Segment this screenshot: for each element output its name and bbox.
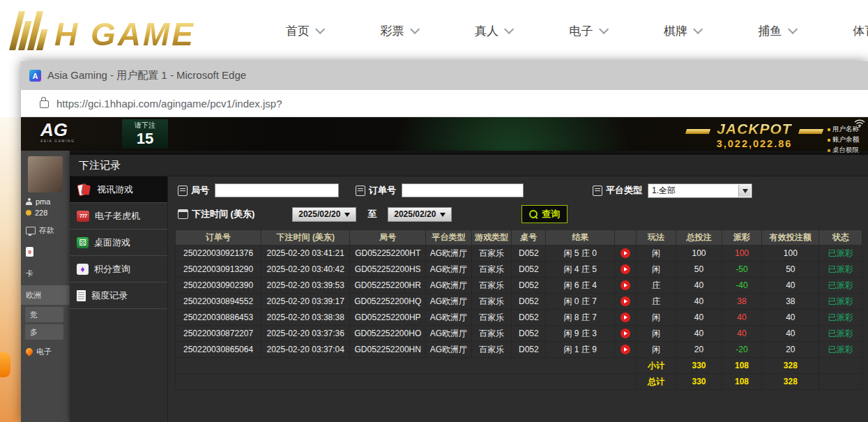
column-header: 结果 (546, 230, 615, 246)
cell-game-type: 百家乐 (471, 342, 511, 358)
bet-time-label-text: 下注时间 (美东) (192, 208, 254, 220)
panel-main: 局号 订单号 平台类型 1.全部 下注时间 (美东) 2025/02/20 至 … (168, 176, 868, 422)
nav-item-poker[interactable]: 棋牌 (664, 23, 700, 39)
site-logo: H GAME (10, 11, 247, 50)
cell-bet-time: 2025-02-20 03:40:42 (261, 262, 350, 278)
user-info-line: 桌台极限 (828, 146, 868, 155)
date-from-picker[interactable]: 2025/02/20 (292, 207, 356, 222)
user-info-label: 桌台极限 (832, 146, 859, 155)
replay-play-icon[interactable] (620, 296, 630, 306)
cell-order-number: 250220030913290 (176, 262, 261, 278)
menu-item-slot-machine[interactable]: 电子老虎机 (70, 203, 167, 229)
nav-label: 真人 (475, 23, 498, 39)
replay-play-icon[interactable] (620, 312, 630, 322)
sidebar-item-europe[interactable]: 欧洲 (21, 285, 70, 305)
replay-play-icon[interactable] (620, 329, 630, 338)
cell-replay (614, 326, 636, 342)
cell-play-type: 闲 (636, 310, 676, 326)
bet-table: 订单号下注时间 (美东)局号平台类型游戏类型桌号结果玩法总投注派彩有效投注额状态… (175, 229, 862, 390)
round-label-text: 局号 (191, 184, 209, 197)
cell-status: 已派彩 (819, 262, 862, 278)
cell-game-type: 百家乐 (471, 294, 511, 310)
sidebar-item-jing[interactable]: 竞 (25, 307, 63, 322)
cell-valid-bet: 50 (762, 262, 819, 278)
sidebar-item-deposit[interactable]: 存款 (21, 220, 70, 240)
bet-countdown: 请下注 15 (122, 119, 168, 149)
order-icon (356, 186, 365, 196)
dice-icon (77, 237, 89, 248)
table-row: 2502200308864532025-02-20 03:38:38GD0522… (176, 310, 862, 326)
sidebar-item-label: 电子 (36, 347, 52, 357)
flame-icon (24, 347, 34, 356)
cell-platform-type: AG欧洲厅 (426, 310, 472, 326)
nav-label: 捕鱼 (759, 23, 782, 39)
cell-total-bet: 40 (676, 278, 722, 294)
date-to-value: 2025/02/20 (394, 209, 436, 219)
cell-round-number: GD052252200HO (350, 326, 426, 342)
round-input[interactable] (215, 183, 339, 197)
nav-item-lottery[interactable]: 彩票 (381, 23, 417, 39)
nav-label: 电子 (570, 23, 593, 39)
username-text: pma (36, 197, 50, 206)
cell-platform-type: AG欧洲厅 (426, 326, 472, 342)
sidebar-item-label: 存款 (39, 225, 54, 236)
table-row: 2502200308722072025-02-20 03:37:36GD0522… (176, 326, 862, 342)
cell-bet-time: 2025-02-20 03:37:04 (261, 342, 350, 358)
cell-total-bet: 50 (676, 262, 722, 278)
cell-play-type: 庄 (636, 278, 676, 294)
logo-mark-icon (9, 11, 52, 50)
sidebar-item-electronic[interactable]: 电子 (21, 342, 70, 361)
cell-game-type: 百家乐 (471, 326, 511, 342)
cell-table-number: D052 (512, 246, 546, 262)
cell-order-number: 250220030921376 (176, 246, 261, 262)
menu-item-label: 额度记录 (91, 289, 128, 302)
date-to-picker[interactable]: 2025/02/20 (388, 207, 452, 222)
order-input[interactable] (402, 183, 524, 197)
nav-item-live[interactable]: 真人 (475, 23, 511, 39)
replay-play-icon[interactable] (620, 248, 630, 258)
bet-prompt: 请下注 (122, 119, 168, 130)
menu-item-points-query[interactable]: 积分查询 (70, 256, 167, 282)
bullet-icon (828, 149, 830, 152)
nav-item-slots[interactable]: 电子 (570, 23, 606, 39)
menu-item-quota-records[interactable]: 额度记录 (70, 282, 167, 309)
platform-label-text: 平台类型 (606, 184, 642, 197)
cell-sum-valid: 328 (762, 374, 819, 390)
replay-play-icon[interactable] (620, 264, 630, 274)
cell-empty (819, 374, 862, 390)
search-button-label: 查询 (542, 208, 560, 220)
table-row: 2502200308945522025-02-20 03:39:17GD0522… (176, 294, 862, 310)
chevron-down-icon (788, 24, 798, 34)
sidebar-item-cards[interactable]: 9 (21, 242, 70, 262)
side-float-button[interactable] (0, 352, 10, 377)
cell-sum-bet: 330 (676, 358, 722, 374)
menu-item-table-games[interactable]: 桌面游戏 (70, 229, 167, 256)
platform-label: 平台类型 (593, 184, 642, 197)
cell-order-number: 250220030886453 (176, 310, 261, 326)
lock-icon (40, 100, 49, 108)
monitor-icon (26, 227, 36, 234)
search-button[interactable]: 查询 (521, 205, 568, 223)
slot-machine-icon (77, 211, 89, 222)
cell-round-number: GD052252200HS (350, 262, 426, 278)
address-bar[interactable]: https://gci.1hhapi.com/agingame/pcv1/ind… (21, 90, 868, 117)
sidebar-item-duo[interactable]: 多 (25, 324, 63, 340)
nav-item-fishing[interactable]: 捕鱼 (759, 23, 795, 39)
userid-text: 228 (35, 209, 47, 217)
sidebar-item-label: 多 (30, 327, 38, 338)
cell-sum-label: 小计 (636, 358, 676, 374)
column-header: 状态 (819, 230, 862, 246)
replay-play-icon[interactable] (620, 345, 630, 354)
nav-item-home[interactable]: 首页 (286, 23, 322, 39)
user-info-line: 用户名称 (828, 125, 868, 134)
playing-card-icon: 9 (26, 247, 33, 257)
platform-select[interactable]: 1.全部 (648, 183, 752, 198)
nav-item-sports[interactable]: 体育 (853, 23, 868, 39)
order-label-text: 订单号 (369, 184, 396, 197)
replay-play-icon[interactable] (620, 280, 630, 290)
cell-empty (176, 358, 637, 374)
menu-item-video-games[interactable]: 视讯游戏 (70, 176, 167, 203)
cell-sum-payout: 108 (722, 358, 761, 374)
sidebar-item-ka[interactable]: 卡 (21, 264, 70, 283)
cell-bet-time: 2025-02-20 03:37:36 (261, 326, 350, 342)
